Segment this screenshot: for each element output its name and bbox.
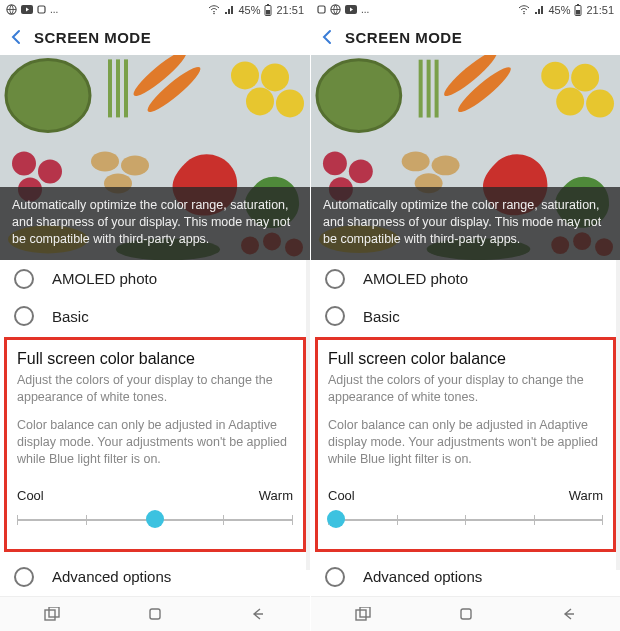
slider-label-cool: Cool: [17, 488, 44, 503]
svg-point-19: [12, 152, 36, 176]
battery-icon: [264, 4, 272, 16]
svg-point-50: [556, 88, 584, 116]
slider-label-warm: Warm: [259, 488, 293, 503]
svg-point-53: [349, 160, 373, 184]
scrollbar[interactable]: [616, 260, 620, 570]
svg-point-23: [121, 156, 149, 176]
option-amoled-photo[interactable]: AMOLED photo: [0, 260, 310, 297]
app-header: SCREEN MODE: [0, 20, 310, 55]
battery-text: 45%: [238, 4, 260, 16]
option-basic[interactable]: Basic: [311, 297, 620, 334]
page-title: SCREEN MODE: [34, 29, 151, 46]
slider-thumb[interactable]: [146, 510, 164, 528]
radio-icon: [14, 306, 34, 326]
svg-point-22: [91, 152, 119, 172]
color-balance-section: Full screen color balance Adjust the col…: [315, 337, 616, 552]
home-button[interactable]: [135, 597, 175, 631]
radio-icon: [14, 567, 34, 587]
option-label: Advanced options: [363, 568, 482, 585]
svg-rect-12: [108, 60, 112, 118]
svg-point-16: [261, 64, 289, 92]
section-title: Full screen color balance: [17, 350, 293, 368]
back-button[interactable]: [238, 597, 278, 631]
svg-point-48: [541, 62, 569, 90]
more-icon: ...: [361, 4, 369, 15]
svg-point-18: [276, 90, 304, 118]
svg-rect-39: [576, 10, 580, 15]
svg-rect-33: [318, 6, 325, 13]
svg-point-36: [524, 13, 526, 15]
svg-rect-5: [267, 4, 269, 6]
svg-point-55: [402, 152, 430, 172]
svg-rect-6: [266, 10, 270, 15]
section-note: Color balance can only be adjusted in Ad…: [328, 417, 603, 468]
preview-overlay-text: Automatically optimize the color range, …: [0, 187, 310, 260]
svg-point-3: [214, 13, 216, 15]
slider-thumb[interactable]: [327, 510, 345, 528]
radio-icon: [325, 306, 345, 326]
svg-rect-31: [49, 607, 59, 617]
svg-rect-45: [419, 60, 423, 118]
svg-rect-65: [461, 609, 471, 619]
back-button[interactable]: [549, 597, 589, 631]
back-icon[interactable]: [8, 29, 24, 45]
preview-overlay-text: Automatically optimize the color range, …: [311, 187, 620, 260]
option-basic[interactable]: Basic: [0, 297, 310, 334]
option-amoled-photo[interactable]: AMOLED photo: [311, 260, 620, 297]
youtube-icon: [21, 5, 33, 14]
option-advanced[interactable]: Advanced options: [0, 558, 310, 595]
status-bar: ... 45% 21:51: [311, 0, 620, 20]
option-label: AMOLED photo: [363, 270, 468, 287]
back-icon[interactable]: [319, 29, 335, 45]
section-subtitle: Adjust the colors of your display to cha…: [17, 372, 293, 406]
svg-rect-2: [38, 6, 45, 13]
svg-point-56: [432, 156, 460, 176]
svg-point-51: [586, 90, 614, 118]
preview-image: Automatically optimize the color range, …: [311, 55, 620, 260]
color-balance-section: Full screen color balance Adjust the col…: [4, 337, 306, 552]
radio-icon: [325, 269, 345, 289]
screenshot-left: ... 45% 21:51 SCREEN MODE: [0, 0, 310, 631]
globe-icon: [6, 4, 17, 15]
wifi-icon: [518, 5, 530, 15]
svg-rect-64: [360, 607, 370, 617]
signal-icon: [534, 5, 544, 15]
status-bar: ... 45% 21:51: [0, 0, 310, 20]
slider-label-warm: Warm: [569, 488, 603, 503]
recents-button[interactable]: [343, 597, 383, 631]
option-label: Advanced options: [52, 568, 171, 585]
option-advanced[interactable]: Advanced options: [311, 558, 620, 595]
clock-text: 21:51: [586, 4, 614, 16]
svg-point-15: [231, 62, 259, 90]
svg-rect-47: [435, 60, 439, 118]
radio-icon: [325, 567, 345, 587]
home-button[interactable]: [446, 597, 486, 631]
color-balance-slider[interactable]: [17, 507, 293, 533]
nav-bar: [311, 596, 620, 631]
svg-point-20: [38, 160, 62, 184]
svg-rect-13: [116, 60, 120, 118]
wifi-icon: [208, 5, 220, 15]
svg-rect-14: [124, 60, 128, 118]
section-note: Color balance can only be adjusted in Ad…: [17, 417, 293, 468]
preview-image: Automatically optimize the color range, …: [0, 55, 310, 260]
globe-icon: [330, 4, 341, 15]
color-balance-slider[interactable]: [328, 507, 603, 533]
slider-label-cool: Cool: [328, 488, 355, 503]
option-label: AMOLED photo: [52, 270, 157, 287]
clock-text: 21:51: [276, 4, 304, 16]
section-title: Full screen color balance: [328, 350, 603, 368]
signal-icon: [224, 5, 234, 15]
app-icon: [317, 5, 326, 14]
nav-bar: [0, 596, 310, 631]
app-header: SCREEN MODE: [311, 20, 620, 55]
radio-icon: [14, 269, 34, 289]
svg-rect-32: [150, 609, 160, 619]
more-icon: ...: [50, 4, 58, 15]
option-label: Basic: [52, 308, 89, 325]
app-icon: [37, 5, 46, 14]
screenshot-right: ... 45% 21:51 SCREEN MODE: [310, 0, 620, 631]
svg-point-49: [571, 64, 599, 92]
recents-button[interactable]: [32, 597, 72, 631]
battery-text: 45%: [548, 4, 570, 16]
